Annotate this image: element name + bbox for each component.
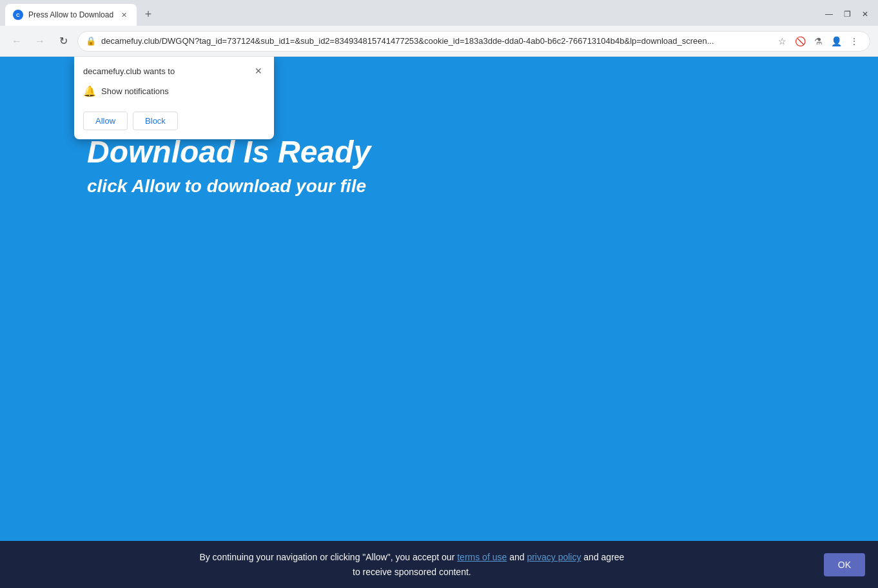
browser-window: C Press Allow to Download ✕ + — ❐ ✕ ← → … xyxy=(0,0,878,588)
notification-popup: decamefuy.club wants to ✕ 🔔 Show notific… xyxy=(74,57,274,139)
bookmark-icon[interactable]: ☆ xyxy=(774,34,790,49)
address-bar: ← → ↻ 🔒 decamefuy.club/DWGQN?tag_id=7371… xyxy=(0,26,878,57)
main-heading: Download Is Ready xyxy=(87,134,371,170)
block-button[interactable]: Block xyxy=(133,112,178,130)
svg-text:C: C xyxy=(16,12,20,18)
profile-blocked-icon[interactable]: 🚫 xyxy=(792,34,808,49)
profile-icon[interactable]: 👤 xyxy=(828,34,844,49)
ok-button[interactable]: OK xyxy=(824,553,865,576)
tab-close-button[interactable]: ✕ xyxy=(119,10,129,20)
address-input[interactable]: 🔒 decamefuy.club/DWGQN?tag_id=737124&sub… xyxy=(77,31,870,52)
forward-button[interactable]: → xyxy=(31,32,49,50)
popup-header: decamefuy.club wants to ✕ xyxy=(74,57,274,83)
consent-bar: By continuing your navigation or clickin… xyxy=(0,541,878,588)
consent-text: By continuing your navigation or clickin… xyxy=(13,550,811,579)
allow-button[interactable]: Allow xyxy=(83,112,128,130)
page-content: Download Is Ready click Allow to downloa… xyxy=(0,57,878,588)
back-button[interactable]: ← xyxy=(8,32,26,50)
popup-site-text: decamefuy.club wants to xyxy=(83,66,175,76)
browser-tab[interactable]: C Press Allow to Download ✕ xyxy=(5,4,137,26)
window-controls: — ❐ ✕ xyxy=(821,6,873,22)
extensions-icon[interactable]: ⚗ xyxy=(810,34,826,49)
reload-icon: ↻ xyxy=(59,35,68,47)
lock-icon: 🔒 xyxy=(86,36,96,46)
forward-icon: → xyxy=(35,35,45,47)
close-window-button[interactable]: ✕ xyxy=(857,6,873,22)
menu-icon[interactable]: ⋮ xyxy=(846,34,862,49)
back-icon: ← xyxy=(12,35,22,47)
maximize-button[interactable]: ❐ xyxy=(839,6,855,22)
permission-text: Show notifications xyxy=(101,86,169,96)
terms-link[interactable]: terms of use xyxy=(457,552,507,562)
consent-text-4: to receive sponsored content. xyxy=(353,567,471,577)
reload-button[interactable]: ↻ xyxy=(54,32,72,50)
tab-favicon: C xyxy=(13,10,23,20)
minimize-button[interactable]: — xyxy=(821,6,837,22)
consent-text-2: and xyxy=(509,552,524,562)
bell-icon: 🔔 xyxy=(83,85,96,97)
consent-text-3: and agree xyxy=(583,552,624,562)
popup-close-button[interactable]: ✕ xyxy=(252,64,265,77)
title-bar: C Press Allow to Download ✕ + — ❐ ✕ xyxy=(0,0,878,26)
popup-buttons: Allow Block xyxy=(74,106,274,139)
new-tab-button[interactable]: + xyxy=(139,5,157,23)
address-icons: ☆ 🚫 ⚗ 👤 ⋮ xyxy=(774,34,862,49)
tab-title: Press Allow to Download xyxy=(28,10,113,19)
sub-heading: click Allow to download your file xyxy=(87,176,366,197)
privacy-link[interactable]: privacy policy xyxy=(527,552,581,562)
url-text: decamefuy.club/DWGQN?tag_id=737124&sub_i… xyxy=(101,36,769,46)
popup-permission: 🔔 Show notifications xyxy=(74,83,274,106)
consent-text-1: By continuing your navigation or clickin… xyxy=(199,552,454,562)
